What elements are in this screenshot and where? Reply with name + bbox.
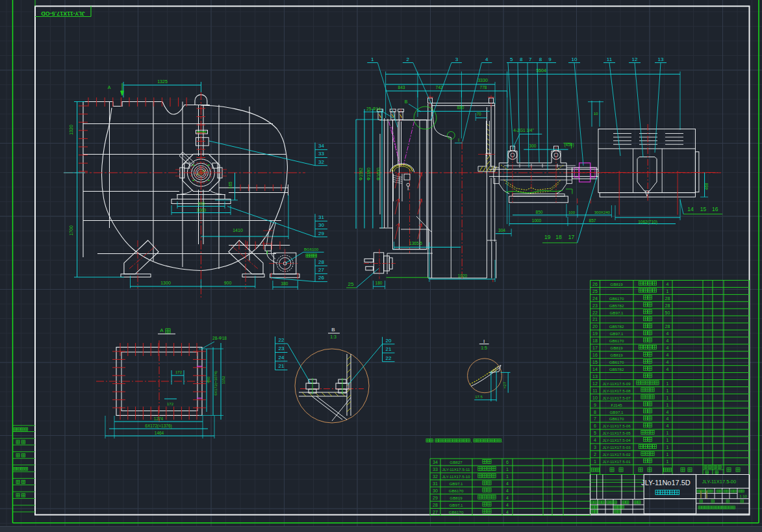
svg-text:5: 5 <box>510 57 513 62</box>
svg-text:5: 5 <box>594 431 596 435</box>
svg-text:21: 21 <box>386 346 392 352</box>
svg-text:JLY-11X17.5-11: JLY-11X17.5-11 <box>442 467 470 472</box>
svg-text:A: A <box>108 85 111 90</box>
svg-text:1320: 1320 <box>69 125 73 135</box>
svg-text:1020: 1020 <box>458 273 468 278</box>
svg-text:27: 27 <box>318 267 324 273</box>
svg-text:4: 4 <box>667 360 669 364</box>
svg-text:4: 4 <box>506 496 509 500</box>
svg-text:(450): (450) <box>564 142 574 147</box>
svg-text:17.5: 17.5 <box>475 395 483 399</box>
svg-text:FJ145: FJ145 <box>611 403 622 407</box>
svg-text:GB6170: GB6170 <box>609 296 624 301</box>
svg-text:GB827: GB827 <box>450 460 463 464</box>
svg-text:4: 4 <box>667 282 669 286</box>
svg-text:GB97.1: GB97.1 <box>610 331 624 336</box>
svg-text:9: 9 <box>548 57 552 62</box>
svg-text:JLY-11X17.5-04: JLY-11X17.5-04 <box>602 438 631 442</box>
svg-text:8: 8 <box>539 57 542 62</box>
svg-text:7: 7 <box>529 57 532 62</box>
svg-text:1464: 1464 <box>155 431 164 435</box>
svg-text:4: 4 <box>594 438 596 442</box>
svg-text:9: 9 <box>594 403 596 407</box>
svg-text:GB819: GB819 <box>610 353 623 357</box>
svg-text:32: 32 <box>433 474 438 479</box>
svg-text:25: 25 <box>592 289 598 294</box>
svg-text:1: 1 <box>667 459 669 464</box>
svg-text:34: 34 <box>318 143 324 149</box>
svg-text:172: 172 <box>175 370 183 374</box>
svg-text:100: 100 <box>568 210 576 214</box>
svg-text:1: 1 <box>594 459 596 464</box>
svg-text:6: 6 <box>506 460 509 464</box>
svg-text:480: 480 <box>207 376 210 383</box>
svg-text:JLY-11X17.5-01: JLY-11X17.5-01 <box>602 459 631 464</box>
svg-text:JLY-11X17.5-05: JLY-11X17.5-05 <box>602 431 631 435</box>
svg-text:1062(710): 1062(710) <box>638 220 657 225</box>
svg-text:18: 18 <box>555 234 562 240</box>
svg-text:1: 1 <box>667 403 669 407</box>
svg-text:4: 4 <box>506 481 509 486</box>
svg-text:23: 23 <box>279 346 285 351</box>
svg-text:GB97.1: GB97.1 <box>450 503 464 507</box>
svg-text:Φ1380: Φ1380 <box>366 168 371 181</box>
svg-text:50: 50 <box>665 310 670 315</box>
svg-text:4: 4 <box>667 346 669 350</box>
svg-text:26: 26 <box>318 275 324 281</box>
svg-text:8: 8 <box>520 57 523 62</box>
svg-text:1:5: 1:5 <box>481 346 487 350</box>
svg-text:28: 28 <box>318 259 324 265</box>
svg-text:1: 1 <box>371 57 374 62</box>
svg-text:JLY-11X17.5-09: JLY-11X17.5-09 <box>602 381 631 386</box>
svg-text:10: 10 <box>592 396 598 400</box>
svg-text:27: 27 <box>433 510 438 514</box>
svg-text:900: 900 <box>224 281 232 285</box>
svg-text:13: 13 <box>592 374 598 379</box>
svg-text:32: 32 <box>318 159 324 165</box>
svg-text:3: 3 <box>455 57 459 62</box>
svg-text:GB97.1: GB97.1 <box>610 310 624 315</box>
svg-text:3: 3 <box>594 445 596 450</box>
svg-text:GB6170: GB6170 <box>449 510 464 514</box>
svg-text:BG6100: BG6100 <box>304 247 319 251</box>
svg-text:19: 19 <box>592 331 598 336</box>
svg-text:900: 900 <box>198 201 205 206</box>
svg-text:1: 1 <box>667 388 669 393</box>
svg-text:1:10: 1:10 <box>739 494 747 498</box>
svg-text:JLY-11X17.5-02: JLY-11X17.5-02 <box>602 452 631 457</box>
svg-text:24: 24 <box>592 296 598 301</box>
svg-text:Φ1600: Φ1600 <box>376 168 381 181</box>
svg-text:GB6170: GB6170 <box>609 416 624 421</box>
svg-text:1: 1 <box>506 467 509 472</box>
svg-text:28: 28 <box>665 324 670 329</box>
svg-text:20: 20 <box>592 324 598 329</box>
svg-text:1300: 1300 <box>160 281 171 285</box>
svg-text:380: 380 <box>281 281 288 286</box>
svg-text:≈27: ≈27 <box>503 381 507 388</box>
svg-text:GB97.1: GB97.1 <box>450 481 464 486</box>
svg-text:25-Φ14: 25-Φ14 <box>366 107 381 111</box>
svg-text:1410: 1410 <box>233 228 243 233</box>
svg-text:17: 17 <box>592 346 598 350</box>
svg-text:4: 4 <box>506 510 509 514</box>
svg-text:1: 1 <box>667 431 669 435</box>
svg-text:4: 4 <box>667 416 669 421</box>
svg-text:6X172(=1074): 6X172(=1074) <box>214 371 218 396</box>
svg-text:1274: 1274 <box>154 416 164 421</box>
svg-text:8: 8 <box>594 410 596 414</box>
svg-text:850: 850 <box>536 210 543 214</box>
svg-text:GB6170: GB6170 <box>609 338 624 343</box>
svg-text:15: 15 <box>592 360 598 364</box>
svg-text:1: 1 <box>667 452 669 457</box>
svg-text:4: 4 <box>485 57 489 62</box>
svg-text:31: 31 <box>318 214 324 220</box>
svg-text:28: 28 <box>433 503 438 507</box>
svg-text:I: I <box>458 138 459 142</box>
svg-text:4: 4 <box>667 353 669 357</box>
svg-text:GB5782: GB5782 <box>609 324 624 329</box>
svg-text:16: 16 <box>712 206 718 212</box>
svg-text:1000: 1000 <box>532 218 542 223</box>
svg-text:12: 12 <box>632 57 638 62</box>
svg-text:24: 24 <box>279 355 285 361</box>
svg-text:4-ZG1 1/4": 4-ZG1 1/4" <box>513 128 534 133</box>
